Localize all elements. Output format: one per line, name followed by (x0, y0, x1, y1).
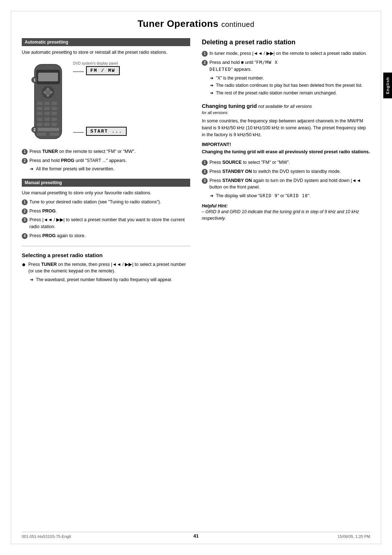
svg-rect-10 (44, 102, 50, 105)
footer-right: 15/06/05, 1:20 PM (338, 534, 370, 539)
svg-rect-26 (50, 133, 59, 136)
footer-left: 001-051-hts5310S-75-Eng6 (22, 534, 71, 539)
svg-rect-13 (44, 107, 50, 110)
remote-svg: 1 2 (29, 62, 67, 142)
svg-rect-17 (52, 112, 57, 115)
lcd-display-1: FM / MW (86, 66, 120, 75)
svg-rect-16 (44, 112, 50, 115)
english-tab: English (383, 73, 392, 98)
lcd-display-2-area: START ... (73, 127, 127, 136)
svg-point-4 (45, 90, 50, 95)
svg-rect-14 (52, 107, 57, 110)
svg-rect-24 (37, 128, 59, 131)
svg-rect-22 (44, 123, 50, 126)
svg-rect-20 (52, 118, 57, 121)
svg-rect-11 (52, 102, 57, 105)
lcd-display-2: START ... (86, 127, 127, 136)
svg-rect-18 (37, 118, 42, 121)
svg-rect-23 (52, 123, 57, 126)
svg-rect-12 (37, 107, 42, 110)
display-label: DVD system's display panel (73, 61, 127, 65)
svg-text:1: 1 (33, 78, 36, 82)
svg-rect-25 (37, 133, 46, 136)
svg-rect-9 (37, 102, 42, 105)
svg-rect-2 (38, 73, 58, 81)
remote-illustration-area: 1 2 DVD system's display panel (29, 60, 190, 142)
svg-rect-21 (37, 123, 42, 126)
svg-text:2: 2 (33, 128, 36, 132)
svg-rect-15 (37, 112, 42, 115)
page-number: 41 (193, 533, 199, 539)
svg-rect-19 (44, 118, 50, 121)
lcd-display-1-area: DVD system's display panel FM / MW (73, 61, 127, 75)
